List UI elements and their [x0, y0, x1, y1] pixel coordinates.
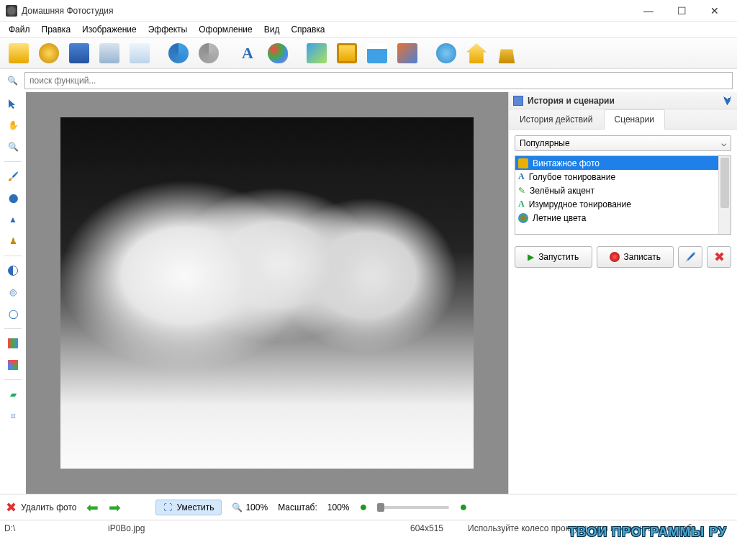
zoom-in-button[interactable]: ●	[459, 500, 467, 515]
delete-photo-button[interactable]: ✖Удалить фото	[6, 500, 76, 515]
print-button[interactable]	[95, 40, 124, 66]
watermark: ТВОИ ПРОГРАММЫ РУ	[569, 525, 727, 540]
menu-image[interactable]: Изображение	[76, 23, 143, 36]
panel-title: История и сценарии	[528, 96, 723, 106]
tab-history[interactable]: История действий	[509, 109, 604, 129]
photo-image	[60, 117, 474, 469]
fit-button[interactable]: ⛶Уместить	[155, 500, 222, 515]
scale-value: 100%	[327, 502, 350, 512]
help-button[interactable]	[432, 40, 461, 66]
scenario-list: Винтажное фото AГолубое тонирование ✎Зел…	[515, 155, 731, 235]
home-button[interactable]	[462, 40, 491, 66]
tool-tray: ✋ 🔍 🖌️ ⬤ ▲ ♟ ◎ ◯ ▰ ⌗	[0, 92, 26, 494]
list-item[interactable]: Летние цвета	[515, 211, 718, 225]
panel-tabs: История действий Сценарии	[509, 109, 737, 130]
maximize-button[interactable]: ☐	[665, 0, 698, 22]
filter-value: Популярные	[520, 138, 570, 148]
menu-view[interactable]: Вид	[258, 23, 286, 36]
menu-help[interactable]: Справка	[285, 23, 330, 36]
menu-edit[interactable]: Правка	[36, 23, 77, 36]
gradient-tool[interactable]	[4, 335, 22, 352]
stamp-tool[interactable]: ♟	[4, 232, 22, 250]
edit-scenario-button[interactable]: 🖊️	[678, 246, 702, 268]
prev-button[interactable]: ⬅	[86, 499, 99, 516]
eraser-tool[interactable]: ▰	[4, 386, 22, 403]
close-button[interactable]: ✕	[698, 0, 731, 22]
menu-effects[interactable]: Эффекты	[143, 23, 194, 36]
list-item[interactable]: ✎Зелёный акцент	[515, 184, 718, 197]
app-icon	[6, 5, 17, 17]
menu-file[interactable]: Файл	[3, 23, 36, 36]
menubar: Файл Правка Изображение Эффекты Оформлен…	[0, 22, 737, 37]
circle-tool[interactable]: ◯	[4, 305, 22, 322]
status-file: iP0Bo.jpg	[108, 523, 410, 533]
swatch-tool[interactable]	[4, 356, 22, 374]
right-panel: История и сценарии ⮟ История действий Сц…	[508, 92, 737, 494]
recent-button[interactable]	[35, 40, 63, 66]
undo-button[interactable]	[164, 40, 193, 66]
panel-icon	[513, 96, 523, 106]
run-button[interactable]: ▶Запустить	[515, 246, 592, 268]
calendar-button[interactable]	[363, 40, 392, 66]
filter-combo[interactable]: Популярные ⌵	[515, 135, 731, 151]
preview-button[interactable]	[125, 40, 154, 66]
tab-scenarios[interactable]: Сценарии	[604, 109, 665, 130]
postcard-button[interactable]	[393, 40, 422, 66]
status-drive: D:\	[0, 523, 108, 533]
search-icon: 🔍	[4, 73, 20, 89]
list-item[interactable]: Винтажное фото	[515, 156, 718, 170]
delete-scenario-button[interactable]: ✖	[707, 246, 731, 268]
zoom-out-button[interactable]: ●	[360, 500, 368, 515]
titlebar: Домашняя Фотостудия — ☐ ✕	[0, 0, 737, 22]
zoom-slider[interactable]	[377, 506, 449, 509]
save-button[interactable]	[65, 40, 94, 66]
record-button[interactable]: Записать	[597, 246, 674, 268]
list-item[interactable]: AИзумрудное тонирование	[515, 197, 718, 211]
chevron-down-icon: ⌵	[721, 138, 726, 148]
contrast-tool[interactable]	[4, 262, 22, 279]
minimize-button[interactable]: —	[632, 0, 665, 22]
drop-tool[interactable]: ⬤	[4, 189, 22, 207]
shape-tool[interactable]: ▲	[4, 211, 22, 228]
next-button[interactable]: ➡	[109, 499, 121, 516]
arrow-tool[interactable]	[4, 95, 22, 112]
status-dims: 604x515	[410, 523, 468, 533]
bottom-bar: ✖Удалить фото ⬅ ➡ ⛶Уместить 🔍100% Масшта…	[0, 494, 737, 520]
search-input[interactable]	[24, 72, 733, 89]
hand-tool[interactable]: ✋	[4, 117, 22, 134]
crop-tool[interactable]: ⌗	[4, 407, 22, 425]
menu-decoration[interactable]: Оформление	[193, 23, 258, 36]
zoom-tool[interactable]: 🔍	[4, 138, 22, 155]
scrollbar[interactable]	[718, 156, 731, 234]
scale-label: Масштаб:	[278, 502, 317, 512]
canvas[interactable]	[26, 92, 508, 494]
hundred-button[interactable]: 🔍100%	[232, 502, 268, 512]
text-button[interactable]: A	[233, 40, 262, 66]
palette-button[interactable]	[263, 40, 292, 66]
collapse-icon[interactable]: ⮟	[723, 95, 733, 107]
list-item[interactable]: AГолубое тонирование	[515, 170, 718, 184]
frame2-button[interactable]	[333, 40, 361, 66]
shop-button[interactable]	[492, 40, 521, 66]
main-toolbar: A	[0, 37, 737, 69]
redo-button[interactable]	[194, 40, 223, 66]
brush-tool[interactable]: 🖌️	[4, 168, 22, 185]
open-button[interactable]	[4, 40, 33, 66]
frame1-button[interactable]	[302, 40, 331, 66]
search-row: 🔍	[0, 69, 737, 92]
window-title: Домашняя Фотостудия	[22, 6, 632, 16]
target-tool[interactable]: ◎	[4, 284, 22, 301]
